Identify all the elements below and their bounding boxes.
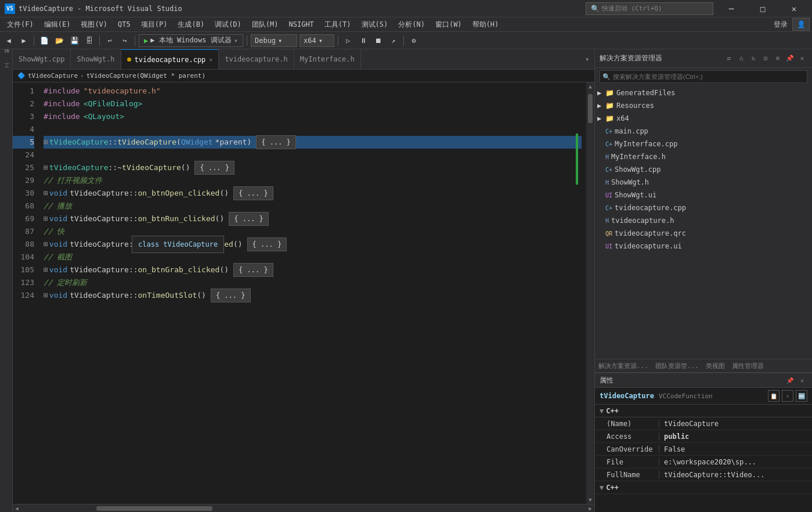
- scroll-right-arrow[interactable]: ▶: [586, 504, 594, 513]
- tab-tvideocapture-cpp[interactable]: tvideocapture.cpp ✕: [121, 49, 219, 69]
- prop-pin-button[interactable]: 📌: [785, 375, 795, 385]
- menu-view[interactable]: 视图(V): [76, 17, 112, 32]
- tree-item-tvideocapture-qrc[interactable]: QR tvideocapture.qrc: [595, 227, 812, 240]
- menu-qt5[interactable]: QT5: [113, 17, 135, 32]
- tree-item-showwgt-ui[interactable]: UI ShowWgt.ui: [595, 189, 812, 201]
- code-editor[interactable]: #include "tvideocapture.h" #include <QFi…: [39, 82, 586, 504]
- section2-collapse-icon[interactable]: ▼: [600, 484, 604, 492]
- menu-window[interactable]: 窗口(W): [431, 17, 467, 32]
- se-tab-team[interactable]: 团队资源管...: [652, 359, 702, 373]
- breadcrumb-function[interactable]: tVideoCapture(QWidget * parent): [86, 72, 205, 80]
- back-button[interactable]: ◀: [2, 34, 15, 47]
- prop-icon-1[interactable]: 📋: [768, 390, 779, 402]
- scroll-left-arrow[interactable]: ◀: [13, 504, 21, 513]
- quick-launch-search[interactable]: 🔍 快速启动 (Ctrl+Q): [586, 2, 713, 15]
- fold-icon-88[interactable]: ⊞: [44, 238, 48, 251]
- se-refresh-button[interactable]: ↻: [748, 53, 759, 64]
- toolbar-btn-3[interactable]: ⏹: [372, 34, 385, 47]
- collapsed-block-88[interactable]: { ... }: [247, 237, 287, 251]
- collapsed-block-69[interactable]: { ... }: [229, 212, 269, 226]
- tab-showwgt-h[interactable]: ShowWgt.h: [71, 49, 121, 69]
- menu-nsight[interactable]: NSIGHT: [284, 17, 319, 32]
- fold-icon-30[interactable]: ⊞: [44, 187, 48, 200]
- fold-icon-69[interactable]: ⊞: [44, 212, 48, 225]
- v-scroll-thumb[interactable]: [588, 94, 593, 123]
- prop-close-button[interactable]: ✕: [797, 375, 807, 385]
- se-settings-button[interactable]: ≡: [773, 53, 783, 64]
- login-button[interactable]: 登录: [774, 20, 788, 30]
- menu-file[interactable]: 文件(F): [2, 17, 38, 32]
- menu-test[interactable]: 测试(S): [357, 17, 393, 32]
- open-file-button[interactable]: 📂: [53, 34, 66, 47]
- menu-build[interactable]: 生成(B): [173, 17, 209, 32]
- tree-item-showwgt-h[interactable]: H ShowWgt.h: [595, 176, 812, 189]
- scroll-up-arrow[interactable]: ▲: [586, 82, 594, 91]
- tree-item-generatedfiles[interactable]: ▶ 📁 GeneratedFiles: [595, 86, 812, 99]
- tab-showwgt-cpp[interactable]: ShowWgt.cpp: [13, 49, 71, 69]
- vertical-scrollbar[interactable]: ▲ ▼: [586, 82, 594, 504]
- se-tab-solution[interactable]: 解决方案资源...: [595, 359, 652, 373]
- toolbar-btn-5[interactable]: ⚙: [407, 34, 420, 47]
- start-debug-button[interactable]: ▶ ▶ 本地 Windows 调试器 ▾: [139, 34, 243, 47]
- tree-item-resources[interactable]: ▶ 📁 Resources: [595, 99, 812, 112]
- close-button[interactable]: ✕: [781, 0, 807, 17]
- tab-myinterface-h[interactable]: MyInterface.h: [294, 49, 361, 69]
- menu-edit[interactable]: 编辑(E): [39, 17, 75, 32]
- menu-analyze[interactable]: 分析(N): [394, 17, 430, 32]
- tab-tvideocapture-h[interactable]: tvideocapture.h: [219, 49, 294, 69]
- tree-item-tvideocapture-ui[interactable]: UI tvideocapture.ui: [595, 240, 812, 253]
- collapsed-block-25[interactable]: { ... }: [194, 161, 234, 175]
- breadcrumb-class[interactable]: tVideoCapture: [28, 72, 78, 80]
- scroll-down-arrow[interactable]: ▼: [586, 496, 594, 504]
- se-filter-button[interactable]: ⊡: [760, 53, 771, 64]
- minimize-button[interactable]: ─: [718, 0, 745, 17]
- se-search-input[interactable]: [613, 73, 804, 80]
- se-tab-classview[interactable]: 类视图: [702, 359, 728, 373]
- config-dropdown[interactable]: Debug▾: [251, 34, 297, 47]
- user-avatar[interactable]: 👤: [792, 18, 810, 31]
- se-search-box[interactable]: 🔍: [600, 70, 807, 83]
- toolbar-btn-1[interactable]: ▷: [342, 34, 355, 47]
- collapsed-block-105[interactable]: { ... }: [233, 263, 273, 277]
- tab-close-icon[interactable]: ✕: [209, 56, 212, 63]
- menu-tools[interactable]: 工具(T): [320, 17, 356, 32]
- h-scroll-thumb[interactable]: [96, 506, 212, 511]
- fold-icon-25[interactable]: ⊞: [44, 161, 48, 174]
- tree-item-tvideocapture-cpp[interactable]: C+ tvideocapture.cpp: [595, 201, 812, 214]
- fold-icon-124[interactable]: ⊞: [44, 289, 48, 302]
- forward-button[interactable]: ▶: [17, 34, 30, 47]
- se-close-button[interactable]: ✕: [797, 53, 807, 64]
- collapsed-block-124[interactable]: { ... }: [211, 289, 251, 302]
- redo-button[interactable]: ↪: [118, 34, 131, 47]
- tree-item-main-cpp[interactable]: C+ main.cpp: [595, 125, 812, 138]
- prop-icon-3[interactable]: 🔤: [796, 390, 807, 402]
- tree-item-myinterface-h[interactable]: H MyInterface.h: [595, 150, 812, 163]
- tab-overflow-button[interactable]: ▾: [580, 49, 594, 69]
- sidebar-icon-1[interactable]: 解: [1, 52, 12, 63]
- tree-item-showwgt-cpp[interactable]: C+ ShowWgt.cpp: [595, 163, 812, 176]
- se-tab-propmanager[interactable]: 属性管理器: [728, 359, 767, 373]
- collapsed-block-30[interactable]: { ... }: [233, 186, 273, 200]
- save-all-button[interactable]: 🗄: [83, 34, 96, 47]
- section-collapse-icon[interactable]: ▼: [600, 407, 604, 415]
- new-file-button[interactable]: 📄: [38, 34, 50, 47]
- tree-item-myinterface-cpp[interactable]: C+ MyInterface.cpp: [595, 138, 812, 150]
- undo-button[interactable]: ↩: [103, 34, 116, 47]
- arch-dropdown[interactable]: x64▾: [299, 34, 334, 47]
- toolbar-btn-2[interactable]: ⏸: [357, 34, 370, 47]
- sidebar-icon-2[interactable]: 工: [1, 66, 12, 77]
- menu-team[interactable]: 团队(M): [247, 17, 283, 32]
- collapsed-block-5[interactable]: { ... }: [256, 135, 296, 149]
- tree-item-x64[interactable]: ▶ 📁 x64: [595, 112, 812, 125]
- fold-icon-5[interactable]: ⊞: [44, 136, 48, 149]
- se-pin-button[interactable]: 📌: [785, 53, 795, 64]
- toolbar-btn-4[interactable]: ↗: [387, 34, 400, 47]
- tree-item-tvideocapture-h[interactable]: H tvideocapture.h: [595, 214, 812, 227]
- restore-button[interactable]: □: [749, 0, 776, 17]
- se-sync-button[interactable]: ⇄: [724, 53, 734, 64]
- fold-icon-105[interactable]: ⊞: [44, 264, 48, 276]
- save-button[interactable]: 💾: [68, 34, 81, 47]
- menu-help[interactable]: 帮助(H): [468, 17, 504, 32]
- se-home-button[interactable]: ⌂: [736, 53, 746, 64]
- horizontal-scrollbar[interactable]: ◀ ▶: [13, 504, 594, 512]
